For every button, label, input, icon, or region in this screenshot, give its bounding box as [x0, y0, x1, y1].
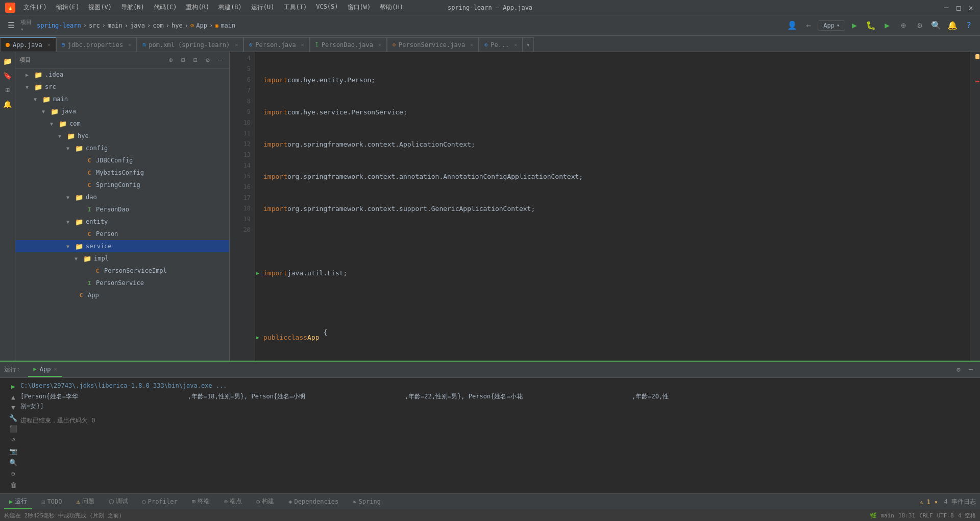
bottom-tab-profiler[interactable]: ○ Profiler	[137, 495, 183, 509]
run-with-coverage-button[interactable]: ▶	[880, 18, 894, 33]
tree-item-app[interactable]: ▶ C App	[15, 289, 229, 301]
tab-close-person[interactable]: ✕	[301, 42, 304, 48]
tree-item-springconfig[interactable]: ▶ C SpringConfig	[15, 179, 229, 191]
tree-item-java[interactable]: ▼ 📁 java	[15, 105, 229, 117]
editor-scrollbar[interactable]	[970, 52, 975, 361]
tree-item-jdbcconfig[interactable]: ▶ C JDBCConfig	[15, 154, 229, 167]
settings-button[interactable]: ⚙	[913, 18, 927, 33]
terminal-delete-button[interactable]: 🗑	[8, 479, 19, 490]
tab-persondao-java[interactable]: I PersonDao.java ✕	[310, 37, 387, 52]
editor-content[interactable]: 4 5 6 7 8 9 10 11 12 13 14 15 16 17 18 1…	[230, 52, 980, 361]
bottom-tab-todo[interactable]: ☑ TODO	[36, 495, 67, 509]
terminal-wrench-button[interactable]: 🔧	[8, 414, 19, 422]
tree-item-personserviceimpl[interactable]: ▶ C PersonServiceImpl	[15, 265, 229, 277]
breadcrumb-com[interactable]: com	[153, 22, 164, 29]
tab-person-java[interactable]: ⊙ Person.java ✕	[243, 37, 310, 52]
breadcrumb-project[interactable]: spring-learn	[37, 22, 81, 29]
back-button[interactable]: ←	[801, 18, 816, 33]
sidebar-toggle-button[interactable]: ☰	[4, 18, 18, 33]
tab-close-personservice[interactable]: ✕	[470, 42, 473, 48]
tab-personservice-java[interactable]: ⊙ PersonService.java ✕	[387, 37, 479, 52]
tree-item-com[interactable]: ▼ 📁 com	[15, 117, 229, 130]
run-arrow-12[interactable]: ▶	[256, 332, 259, 343]
minimize-button[interactable]: ─	[942, 4, 950, 12]
profile-button[interactable]: 👤	[785, 18, 799, 33]
sidebar-structure-icon[interactable]: ⊞	[1, 83, 14, 97]
terminal-run-button[interactable]: ▶	[8, 382, 19, 391]
fold-arrow-10[interactable]: ▶	[256, 268, 259, 278]
debug-button[interactable]: 🐛	[864, 18, 878, 33]
tab-jdbc-properties[interactable]: ⊞ jdbc.properties ✕	[56, 37, 137, 52]
menu-file[interactable]: 文件(F)	[19, 2, 51, 13]
menu-vcs[interactable]: VCS(S)	[312, 2, 342, 13]
terminal-settings-button[interactable]: ⚙	[953, 365, 964, 375]
terminal-screenshot-button[interactable]: 📷	[8, 445, 19, 457]
terminal-stop-button[interactable]: ⬛	[8, 424, 19, 433]
tree-item-entity[interactable]: ▼ 📁 entity	[15, 216, 229, 228]
bottom-tab-endpoints[interactable]: ⊕ 端点	[219, 495, 247, 509]
bottom-tab-debug[interactable]: ⬡ 调试	[104, 495, 133, 509]
menu-navigate[interactable]: 导航(N)	[117, 2, 149, 13]
tab-overflow-button[interactable]: ▾	[523, 37, 533, 52]
tree-add-button[interactable]: ⊕	[166, 55, 176, 65]
bottom-tab-run[interactable]: ▶ 运行	[4, 495, 32, 509]
close-button[interactable]: ✕	[967, 4, 975, 12]
bottom-tab-problems[interactable]: ⚠ 问题	[71, 495, 99, 509]
bookmark-button[interactable]: ⊕	[896, 18, 911, 33]
run-config-selector[interactable]: App ▾	[818, 20, 845, 31]
tree-expand-button[interactable]: ⊞	[178, 55, 188, 65]
terminal-bookmark-button[interactable]: ⊕	[8, 468, 19, 479]
tree-item-dao[interactable]: ▼ 📁 dao	[15, 191, 229, 203]
breadcrumb-method-label[interactable]: main	[220, 22, 235, 29]
tree-close-button[interactable]: ─	[215, 55, 225, 65]
tree-item-person[interactable]: ▶ C Person	[15, 228, 229, 240]
tab-close-persondao[interactable]: ✕	[378, 42, 381, 48]
terminal-search-button[interactable]: 🔍	[8, 457, 19, 468]
bottom-tab-dependencies[interactable]: ◈ Dependencies	[283, 495, 344, 509]
breadcrumb-app[interactable]: ⊙	[190, 22, 194, 29]
sidebar-project-icon[interactable]: 📁	[1, 55, 14, 68]
menu-help[interactable]: 帮助(H)	[376, 2, 407, 13]
window-controls[interactable]: ─ □ ✕	[942, 4, 975, 12]
terminal-tab-app[interactable]: ▶ App ✕	[28, 363, 62, 377]
tab-close-jdbc[interactable]: ✕	[128, 42, 131, 48]
tree-item-hye[interactable]: ▼ 📁 hye	[15, 130, 229, 142]
code-editor[interactable]: import com.hye.entity.Person; import com…	[255, 52, 970, 361]
run-button[interactable]: ▶	[847, 18, 862, 33]
tree-settings-button[interactable]: ⚙	[203, 55, 213, 65]
tree-item-main[interactable]: ▼ 📁 main	[15, 93, 229, 105]
tab-close-pe[interactable]: ✕	[514, 42, 517, 48]
tab-app-java[interactable]: App.java ✕	[0, 37, 56, 52]
tab-pom-xml[interactable]: m pom.xml (spring-learn) ✕	[137, 37, 243, 52]
sidebar-bookmarks-icon[interactable]: 🔖	[1, 69, 14, 82]
tab-close-pom[interactable]: ✕	[235, 42, 238, 48]
maximize-button[interactable]: □	[954, 4, 963, 12]
help-button[interactable]: ?	[962, 18, 976, 33]
tab-close-app-java[interactable]: ✕	[47, 42, 51, 48]
breadcrumb-hye[interactable]: hye	[172, 22, 183, 29]
search-button[interactable]: 🔍	[929, 18, 943, 33]
menu-window[interactable]: 窗口(W)	[344, 2, 375, 13]
tree-item-persondao[interactable]: ▶ I PersonDao	[15, 203, 229, 216]
tree-collapse-button[interactable]: ⊟	[190, 55, 201, 65]
tree-item-service[interactable]: ▼ 📁 service	[15, 240, 229, 252]
notifications-button[interactable]: 🔔	[945, 18, 960, 33]
tree-item-src[interactable]: ▼ 📁 src	[15, 81, 229, 93]
bottom-tab-terminal[interactable]: ⊞ 终端	[187, 495, 215, 509]
tree-item-idea[interactable]: ▶ 📁 .idea	[15, 68, 229, 81]
menu-run[interactable]: 运行(U)	[247, 2, 279, 13]
menu-view[interactable]: 视图(V)	[84, 2, 116, 13]
menu-code[interactable]: 代码(C)	[150, 2, 181, 13]
breadcrumb-java[interactable]: java	[130, 22, 145, 29]
terminal-rerun-button[interactable]: ↺	[8, 435, 19, 443]
menu-build[interactable]: 构建(B)	[214, 2, 246, 13]
terminal-scroll-up-button[interactable]: ▲	[8, 393, 19, 401]
tree-item-personservice[interactable]: ▶ I PersonService	[15, 277, 229, 289]
menu-tools[interactable]: 工具(T)	[280, 2, 311, 13]
bottom-tab-spring[interactable]: ❧ Spring	[348, 495, 386, 509]
menu-refactor[interactable]: 重构(R)	[182, 2, 213, 13]
tree-item-config[interactable]: ▼ 📁 config	[15, 142, 229, 154]
bottom-tab-build[interactable]: ⚙ 构建	[251, 495, 279, 509]
tab-pe[interactable]: ⊙ Pe... ✕	[479, 37, 523, 52]
sidebar-notifications-icon[interactable]: 🔔	[1, 98, 14, 111]
